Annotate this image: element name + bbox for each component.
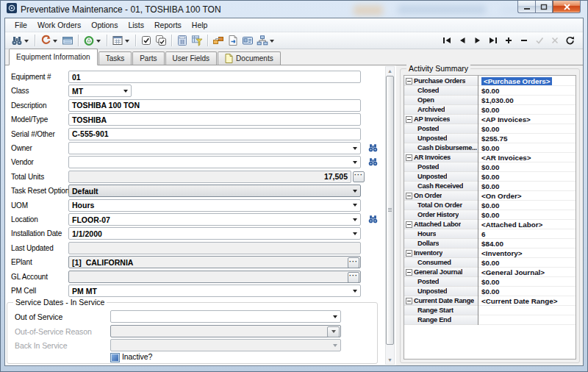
location-lookup-button[interactable] [367, 213, 379, 225]
tab-user-fields[interactable]: User Fields [165, 51, 218, 65]
activity-row-cash-disburseme-[interactable]: Cash Disburseme...$0.00 [404, 143, 576, 153]
activity-row-label-cell[interactable]: Range End [404, 315, 478, 325]
combo-arrow-icon[interactable] [123, 90, 128, 93]
dropdown-arrow-icon[interactable] [96, 40, 101, 43]
title-bar[interactable]: Preventative Maintenance - 01, TOSHIBA 1… [1, 1, 587, 18]
dropdown-arrow-icon[interactable] [53, 40, 57, 43]
vendor-field[interactable] [68, 156, 361, 168]
combo-arrow-icon[interactable] [353, 190, 357, 193]
contact-card-button[interactable] [240, 33, 255, 48]
app-icon[interactable] [7, 3, 17, 13]
collapse-icon[interactable] [406, 116, 412, 123]
activity-row-label-cell[interactable]: Posted [404, 162, 478, 172]
activity-row-inventory[interactable]: Inventory<Inventory> [404, 248, 576, 258]
installation-date-field[interactable]: 1/1/2000 [68, 227, 361, 240]
activity-row-value-cell[interactable]: $0.00 [478, 277, 576, 287]
activity-row-label-cell[interactable]: Hours [404, 229, 478, 239]
task-check-button[interactable] [139, 33, 154, 48]
activity-row-ar-invoices[interactable]: AR Invoices<AR Invoices> [404, 153, 576, 162]
activity-row-label-cell[interactable]: Order History [404, 210, 478, 220]
pm-cell-field[interactable]: PM MT [68, 285, 361, 297]
activity-row-value-cell[interactable]: $0.00 [478, 182, 576, 191]
activity-row-value-cell[interactable]: $1,030.00 [478, 96, 576, 105]
activity-row-value-cell[interactable]: <Attached Labor> [478, 220, 576, 229]
description-field[interactable]: TOSHIBA 100 TON [68, 99, 361, 112]
activity-row-value-cell[interactable]: $0.00 [478, 258, 576, 268]
inactive-checkbox[interactable] [110, 353, 120, 362]
activity-row-general-journal[interactable]: General Journal<General Journal> [404, 268, 576, 277]
combo-arrow-icon[interactable] [353, 204, 357, 207]
activity-row-range-start[interactable]: Range Start [404, 306, 576, 315]
nav-first-button[interactable] [439, 34, 454, 47]
activity-row-label-cell[interactable]: On Order [404, 191, 478, 201]
total-units-field[interactable]: 17,505 [68, 171, 351, 183]
activity-row-unposted[interactable]: Unposted$255.75 [404, 134, 576, 143]
vendor-lookup-button[interactable] [367, 156, 379, 168]
serial-other-field[interactable]: C-555-901 [68, 128, 361, 140]
calendar-button[interactable] [110, 33, 132, 48]
maximize-button[interactable] [535, 1, 553, 13]
card-view-button[interactable] [60, 33, 75, 48]
activity-row-range-end[interactable]: Range End [404, 315, 576, 325]
combo-arrow-icon[interactable] [353, 218, 357, 221]
minimize-button[interactable] [517, 1, 535, 13]
activity-row-label-cell[interactable]: Purchase Orders [404, 76, 478, 86]
activity-row-label-cell[interactable]: Unposted [404, 172, 478, 182]
activity-row-value-cell[interactable]: <Current Date Range> [478, 296, 576, 306]
activity-row-dollars[interactable]: Dollars$84.00 [404, 239, 576, 248]
activity-row-closed[interactable]: Closed$0.00 [404, 86, 576, 96]
class-field[interactable]: MT [68, 85, 132, 97]
nav-insert-button[interactable] [501, 34, 516, 47]
equipment--field[interactable]: 01 [68, 71, 361, 83]
activity-row-ap-invoices[interactable]: AP Invoices<AP Invoices> [404, 115, 576, 124]
eplant-field[interactable]: [1] CALIFORNIA··· [68, 256, 361, 268]
eplant-browse-button[interactable]: ··· [348, 257, 359, 268]
activity-row-value-cell[interactable]: $0.00 [478, 287, 576, 296]
activity-row-label-cell[interactable]: Inventory [404, 248, 478, 258]
uom-field[interactable]: Hours [68, 199, 361, 212]
owner-field[interactable] [68, 142, 361, 154]
activity-row-label-cell[interactable]: AR Invoices [404, 153, 478, 162]
activity-row-label-cell[interactable]: AP Invoices [404, 115, 478, 124]
find-button[interactable] [10, 33, 32, 48]
collapse-icon[interactable] [406, 78, 412, 85]
activity-row-attached-labor[interactable]: Attached Labor<Attached Labor> [404, 220, 576, 229]
nav-refresh-button[interactable] [562, 34, 578, 47]
location-field[interactable]: FLOOR-07 [68, 213, 361, 226]
activity-row-total-on-order[interactable]: Total On Order$0.00 [404, 201, 576, 210]
activity-row-order-history[interactable]: Order History$0.00 [404, 210, 576, 220]
tab-tasks[interactable]: Tasks [98, 51, 132, 65]
activity-row-label-cell[interactable]: Closed [404, 86, 478, 96]
activity-row-open[interactable]: Open$1,030.00 [404, 96, 576, 105]
send-document-button[interactable] [226, 33, 240, 48]
model-type-field[interactable]: TOSHIBA [68, 113, 361, 126]
owner-lookup-button[interactable] [367, 142, 379, 154]
nav-next-button[interactable] [470, 34, 485, 47]
activity-row-value-cell[interactable]: $0.00 [478, 124, 576, 134]
nav-delete-button[interactable] [516, 34, 531, 47]
activity-row-posted[interactable]: Posted$0.00 [404, 162, 576, 172]
activity-row-current-date-range[interactable]: Current Date Range<Current Date Range> [404, 296, 576, 306]
activity-row-posted[interactable]: Posted$0.00 [404, 277, 576, 287]
work-order-button[interactable] [38, 33, 60, 48]
dropdown-arrow-icon[interactable] [125, 40, 129, 43]
activity-row-value-cell[interactable] [478, 315, 576, 325]
collapse-icon[interactable] [406, 221, 412, 228]
collapse-icon[interactable] [406, 269, 412, 276]
total-units-browse-button[interactable]: ··· [353, 171, 365, 182]
out-of-service-field[interactable] [110, 310, 341, 323]
activity-row-label-cell[interactable]: Posted [404, 124, 478, 134]
activity-row-value-cell[interactable]: <Inventory> [478, 248, 576, 258]
combo-arrow-icon[interactable] [353, 290, 357, 293]
gl-account-field[interactable]: ··· [68, 271, 361, 283]
menu-help[interactable]: Help [187, 19, 213, 31]
activity-row-on-order[interactable]: On Order<On Order> [404, 191, 576, 201]
activity-row-label-cell[interactable]: Unposted [404, 134, 478, 143]
activity-row-value-cell[interactable]: $0.00 [478, 172, 576, 182]
activity-row-cash-received[interactable]: Cash Received$0.00 [404, 182, 576, 191]
activity-row-value-cell[interactable]: $0.00 [478, 210, 576, 220]
activity-row-value-cell[interactable]: 6 [478, 229, 576, 239]
combo-arrow-icon[interactable] [353, 147, 357, 150]
tab-parts[interactable]: Parts [132, 51, 164, 65]
activity-row-value-cell[interactable]: <General Journal> [478, 268, 576, 277]
